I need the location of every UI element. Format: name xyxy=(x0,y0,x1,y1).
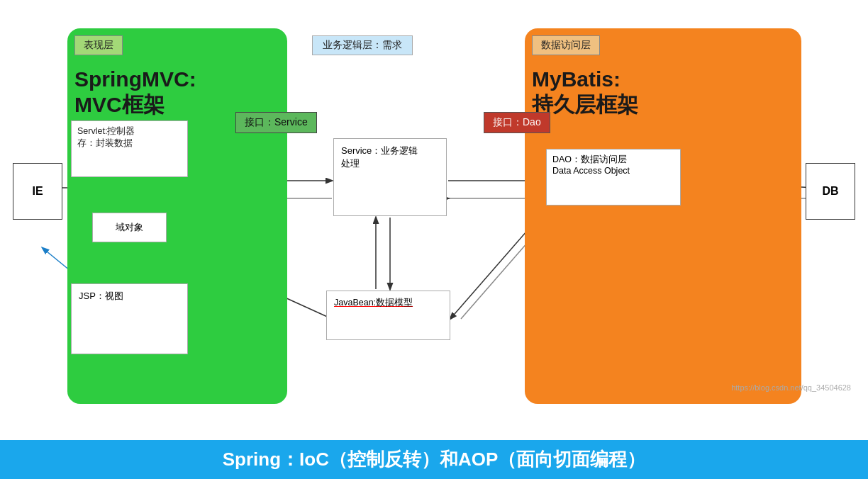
springmvc-title: SpringMVC: MVC框架 xyxy=(74,67,280,118)
interface-dao-tag: 接口：Dao xyxy=(484,112,550,133)
ie-box: IE xyxy=(13,163,62,220)
mybatis-layer-label: 数据访问层 xyxy=(532,35,600,55)
db-box: DB xyxy=(806,163,855,220)
springmvc-layer-label: 表现层 xyxy=(74,35,123,55)
main-container: 业务逻辑层：需求 表现层 SpringMVC: MVC框架 接口：Service… xyxy=(0,0,868,479)
javabean-box: JavaBean:数据模型 xyxy=(326,291,450,340)
mybatis-title: MyBatis: 持久层框架 xyxy=(532,67,794,118)
domain-box: 域对象 xyxy=(92,213,167,242)
biz-layer-label: 业务逻辑层：需求 xyxy=(312,35,413,55)
mybatis-block: 数据访问层 MyBatis: 持久层框架 xyxy=(525,28,801,404)
service-box: Service：业务逻辑 处理 xyxy=(333,138,447,216)
diagram-area: 业务逻辑层：需求 表现层 SpringMVC: MVC框架 接口：Service… xyxy=(7,7,861,436)
spring-bar-text: Spring：IoC（控制反转）和AOP（面向切面编程） xyxy=(223,447,646,472)
servlet-box: Servlet:控制器 存：封装数据 xyxy=(71,120,188,177)
watermark: https://blog.csdn.net/qq_34504628 xyxy=(731,383,851,392)
dao-box: DAO：数据访问层 Data Access Object xyxy=(546,149,681,205)
jsp-box: JSP：视图 xyxy=(71,283,188,354)
interface-service-tag: 接口：Service xyxy=(235,112,317,133)
spring-bar: Spring：IoC（控制反转）和AOP（面向切面编程） xyxy=(0,440,868,479)
